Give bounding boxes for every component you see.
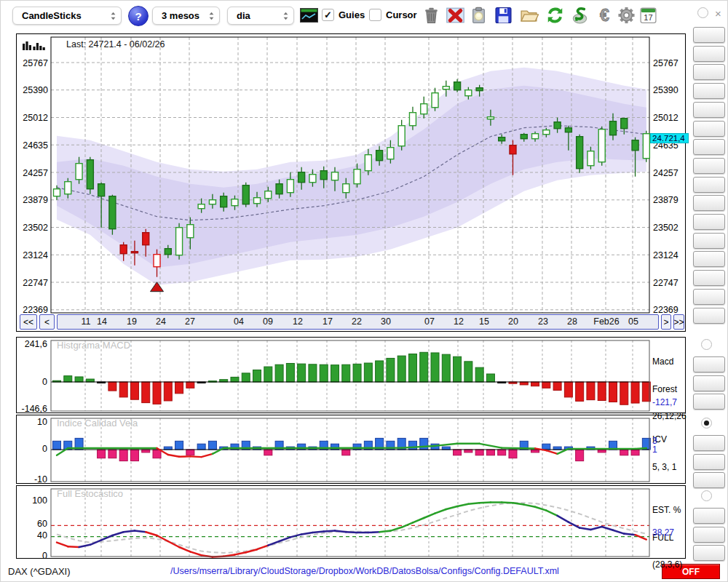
scroll-prev-button[interactable]: < — [39, 314, 55, 330]
scroll-last-button[interactable]: >> — [673, 314, 684, 330]
svg-text:25012: 25012 — [653, 113, 678, 123]
toolbar-radio[interactable] — [697, 7, 708, 18]
arrow-down-red-button[interactable] — [693, 158, 725, 174]
svg-text:25767: 25767 — [653, 58, 678, 68]
date-tick-label: 17 — [323, 316, 333, 327]
date-tick-label: 14 — [97, 316, 107, 327]
date-tick-label: 12 — [293, 316, 303, 327]
cursor-price-tag: 24.721,4 — [650, 133, 689, 143]
svg-text:25767: 25767 — [23, 58, 48, 68]
list-rows-button[interactable] — [693, 214, 725, 230]
refresh-icon[interactable] — [545, 6, 565, 25]
date-axis-strip[interactable]: 1114192427040912172230071215202328Feb260… — [57, 314, 659, 330]
interval-select[interactable]: dia — [227, 7, 294, 25]
icv-title: Indice Calidad Vela — [57, 418, 138, 428]
record-button[interactable] — [693, 289, 725, 305]
range-value: 3 mesos — [162, 10, 199, 21]
stoch-arrows-red-green-button[interactable] — [693, 508, 725, 524]
calendar-icon[interactable]: 17 — [638, 6, 658, 25]
svg-text:22747: 22747 — [23, 278, 48, 288]
help-label: ? — [135, 10, 141, 23]
forbidden-button[interactable] — [693, 270, 725, 286]
chevron-updown-icon — [282, 12, 289, 20]
macd-right-label: Macd — [652, 357, 687, 367]
scroll-next-button[interactable]: > — [661, 314, 671, 330]
date-tick-label: 09 — [263, 316, 273, 327]
interval-value: dia — [237, 10, 250, 21]
svg-text:-10: -10 — [34, 474, 47, 483]
svg-text:24257: 24257 — [653, 168, 678, 178]
toolbar: CandleSticks ? 3 mesos dia ✓ Guies — [1, 1, 728, 31]
sync-arrows-button[interactable] — [693, 308, 725, 324]
delete-x-icon[interactable] — [446, 6, 465, 25]
svg-text:25012: 25012 — [23, 113, 48, 123]
app-window: CandleSticks ? 3 mesos dia ✓ Guies — [0, 0, 728, 582]
scroll-first-button[interactable]: << — [20, 314, 37, 330]
macd-curves-button[interactable] — [693, 394, 725, 410]
date-tick-label: 30 — [381, 316, 391, 327]
icv-panel: 100-10 Indice Calidad Vela ICV 5, 3, 1 3… — [16, 415, 686, 484]
date-tick-label: 28 — [567, 316, 577, 327]
stoch-right-label: EST. % — [652, 506, 682, 515]
date-tick-label: 15 — [479, 316, 489, 327]
svg-text:24635: 24635 — [23, 140, 48, 151]
guies-checkbox[interactable]: ✓ Guies — [322, 9, 365, 21]
svg-text:23879: 23879 — [23, 195, 48, 205]
stoch-right-label: (28,3,6) — [652, 560, 682, 570]
macd-arrows-red-green-button[interactable] — [693, 356, 725, 372]
chart-type-select[interactable]: CandleSticks — [12, 7, 122, 25]
vertical-range-percent-button[interactable]: % — [693, 233, 725, 249]
sync-web-icon[interactable] — [570, 6, 590, 25]
icv-lines-percent-button[interactable]: % — [693, 454, 725, 470]
chevron-updown-icon — [110, 12, 116, 20]
macd-right-label: Forest — [652, 385, 687, 394]
macd-lines-percent-button[interactable]: % — [693, 375, 725, 391]
stoch-lines-percent-button[interactable]: % — [693, 527, 725, 543]
svg-text:10: 10 — [37, 417, 47, 427]
macd-value: -121,7 — [652, 397, 677, 407]
paste-icon[interactable] — [469, 6, 488, 25]
panel-radio-macd[interactable] — [701, 339, 712, 350]
red-hline-button[interactable] — [693, 64, 725, 80]
svg-text:€: € — [600, 6, 609, 25]
guies-label: Guies — [339, 9, 365, 20]
window-close-icon[interactable]: × — [715, 7, 721, 20]
lines-percent-button[interactable]: % — [693, 251, 725, 267]
range-select[interactable]: 3 mesos — [152, 7, 220, 25]
date-tick-label: Feb26 — [593, 316, 619, 327]
zoom-button[interactable] — [693, 27, 725, 43]
price-chart-panel: 2576725767253902539025012250122463524635… — [16, 33, 686, 332]
chevron-updown-icon — [208, 12, 215, 20]
date-tick-label: 23 — [538, 316, 548, 327]
stoch-curves-button[interactable] — [693, 545, 725, 561]
settings-gear-icon[interactable] — [617, 6, 636, 25]
panel-radio-stoch[interactable] — [701, 490, 712, 501]
euro-icon[interactable]: € — [595, 6, 614, 25]
stochastic-panel: 10060400 Full Estocástico EST. % FULL (2… — [16, 485, 686, 559]
svg-text:25390: 25390 — [23, 85, 48, 95]
price-volume-button[interactable] — [693, 46, 725, 62]
svg-text:23879: 23879 — [653, 195, 678, 205]
save-icon[interactable] — [494, 6, 513, 25]
trend-arrows-button[interactable] — [693, 121, 725, 137]
panel-radio-icv[interactable] — [701, 418, 712, 428]
sigma-trend-button[interactable]: Σ — [693, 139, 725, 155]
price-plot[interactable]: 2576725767253902539025012250122463524635… — [17, 34, 685, 331]
icv-arrows-red-green-button[interactable] — [693, 435, 725, 451]
cursor-checkbox[interactable]: Cursor — [369, 9, 417, 21]
svg-text:-146,6: -146,6 — [22, 404, 47, 412]
date-tick-label: 07 — [424, 316, 435, 327]
chart-window-icon[interactable] — [300, 8, 318, 23]
trash-icon[interactable] — [422, 6, 441, 25]
date-tick-label: 11 — [82, 316, 91, 327]
svg-text:0: 0 — [42, 444, 47, 454]
icv-curves-button[interactable] — [693, 472, 725, 488]
open-folder-icon[interactable] — [519, 6, 539, 25]
zigzag-channel-button[interactable] — [693, 102, 725, 118]
date-tick-label: 04 — [234, 316, 244, 327]
arrow-up-blue-button[interactable] — [693, 177, 725, 193]
chart-type-value: CandleSticks — [22, 10, 82, 21]
help-button[interactable]: ? — [128, 6, 149, 26]
blue-hline-button[interactable] — [693, 83, 725, 99]
add-arrows-button[interactable] — [693, 195, 725, 211]
